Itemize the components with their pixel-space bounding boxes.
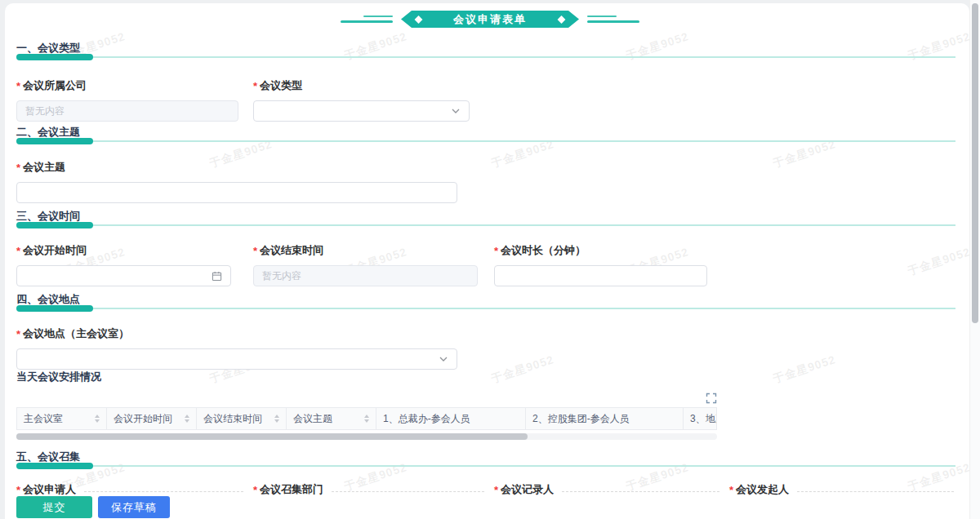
required-asterisk: * (494, 245, 498, 257)
field-subject: * 会议主题 (16, 160, 457, 203)
banner-left-lines-icon (341, 16, 393, 23)
page-vertical-scrollbar (969, 0, 980, 519)
field-label: * 会议类型 (253, 78, 470, 93)
end-time-input: 暂无内容 (253, 265, 478, 286)
section-progress (16, 463, 956, 469)
field-recorder: * 会议记录人 (494, 482, 728, 504)
field-label: * 会议地点（主会议室） (16, 326, 457, 341)
form-banner: 会议申请表单 (0, 11, 980, 28)
dotted-leader (797, 491, 954, 492)
field-company: * 会议所属公司 暂无内容 (16, 78, 238, 122)
field-label: * 会议时长（分钟） (494, 243, 707, 258)
required-asterisk: * (253, 245, 257, 257)
content-layer: 会议申请表单 一、会议类型 * 会议所属公司 暂无内容 * 会议类型 二、会议 (0, 0, 980, 519)
field-label: * 会议开始时间 (16, 243, 231, 258)
required-asterisk: * (16, 162, 20, 174)
field-label: * 会议结束时间 (253, 243, 478, 258)
scrollbar-thumb[interactable] (16, 433, 528, 440)
meeting-type-select[interactable] (253, 100, 470, 122)
field-room: * 会议地点（主会议室） (16, 326, 457, 370)
field-label: * 会议主题 (16, 160, 457, 175)
diamond-icon (415, 16, 423, 24)
field-duration: * 会议时长（分钟） (494, 243, 707, 286)
dotted-leader (84, 491, 243, 492)
field-label: * 会议召集部门 (253, 482, 492, 497)
sort-caret-icon (178, 415, 189, 423)
column-header-room[interactable]: 主会议室 (17, 408, 107, 429)
field-initiator: * 会议发起人 (729, 482, 962, 504)
required-asterisk: * (253, 80, 257, 92)
scrollbar-thumb[interactable] (972, 3, 978, 323)
required-asterisk: * (16, 328, 20, 340)
field-label: * 会议记录人 (494, 482, 728, 497)
chevron-down-icon (451, 106, 461, 116)
page-title: 会议申请表单 (453, 12, 527, 27)
required-asterisk: * (16, 80, 20, 92)
chevron-down-icon (439, 354, 448, 364)
column-header-subject[interactable]: 会议主题 (287, 408, 376, 429)
dotted-leader (562, 491, 719, 492)
column-header-start[interactable]: 会议开始时间 (107, 408, 197, 429)
required-asterisk: * (16, 245, 20, 257)
diamond-icon (558, 16, 566, 24)
schedule-title: 当天会议安排情况 (16, 370, 101, 384)
field-label: * 会议申请人 (16, 482, 252, 497)
column-header-end[interactable]: 会议结束时间 (197, 408, 287, 429)
required-asterisk: * (729, 484, 733, 496)
banner-right-lines-icon (587, 16, 639, 23)
section-progress (16, 138, 956, 144)
duration-input[interactable] (494, 265, 707, 286)
section-progress (16, 222, 956, 228)
calendar-icon (212, 271, 222, 282)
required-asterisk: * (494, 484, 498, 496)
banner-ribbon: 会议申请表单 (401, 11, 579, 28)
section-progress (16, 54, 956, 60)
save-draft-button[interactable]: 保存草稿 (98, 496, 170, 518)
schedule-table: 主会议室 会议开始时间 会议结束时间 会议主题 1、总裁办-参会人员 2、控股集… (16, 407, 717, 430)
field-start-time: * 会议开始时间 (16, 243, 231, 286)
field-end-time: * 会议结束时间 暂无内容 (253, 243, 478, 286)
sort-caret-icon (358, 415, 369, 423)
company-input: 暂无内容 (16, 100, 238, 122)
required-asterisk: * (253, 484, 257, 496)
required-asterisk: * (16, 484, 20, 496)
room-select[interactable] (16, 348, 457, 370)
fullscreen-icon[interactable] (706, 393, 717, 404)
field-convene-dept: * 会议召集部门 (253, 482, 492, 504)
field-label: * 会议所属公司 (16, 78, 238, 93)
column-header-participants-3: 3、地产集团-参会人员 (684, 408, 717, 429)
schedule-table-header: 主会议室 会议开始时间 会议结束时间 会议主题 1、总裁办-参会人员 2、控股集… (17, 408, 717, 429)
start-time-datepicker[interactable] (16, 265, 231, 286)
field-meeting-type: * 会议类型 (253, 78, 470, 122)
sort-caret-icon (88, 415, 100, 423)
table-horizontal-scrollbar (16, 433, 717, 440)
field-label: * 会议发起人 (729, 482, 962, 497)
subject-input[interactable] (16, 182, 457, 203)
submit-button[interactable]: 提交 (16, 496, 92, 518)
section-progress (16, 305, 956, 312)
column-header-participants-2: 2、控股集团-参会人员 (526, 408, 684, 429)
dotted-leader (332, 491, 484, 492)
column-header-participants-1: 1、总裁办-参会人员 (376, 408, 526, 429)
sort-caret-icon (268, 415, 279, 423)
